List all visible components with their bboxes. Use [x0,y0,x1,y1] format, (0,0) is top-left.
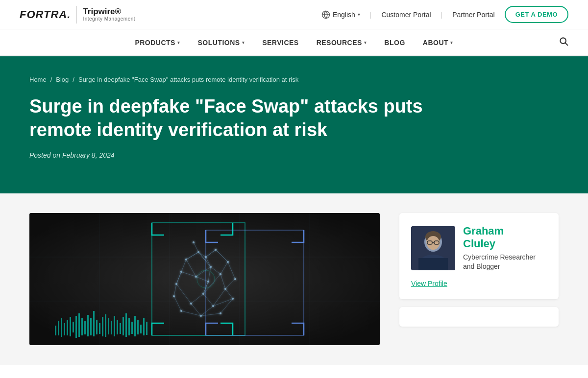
logo-divider [76,6,77,24]
view-profile-link[interactable]: View Profile [411,280,547,287]
nav-label-services: SERVICES [262,39,299,47]
svg-rect-65 [140,325,142,333]
svg-rect-64 [137,320,139,334]
nav-item-resources[interactable]: RESOURCES ▾ [310,35,374,50]
svg-rect-56 [114,316,115,336]
svg-rect-83 [418,258,448,270]
top-bar: FORTRA. Tripwire® Integrity Management E… [0,0,588,29]
chevron-down-icon: ▾ [450,40,453,45]
nav-item-blog[interactable]: BLOG [377,35,412,50]
author-name[interactable]: GrahamCluley [463,225,547,251]
breadcrumb-current: Surge in deepfake "Face Swap" attacks pu… [78,76,298,83]
svg-rect-52 [102,317,103,336]
tripwire-name: Tripwire® [83,7,135,17]
breadcrumb-sep-2: / [73,76,74,83]
svg-rect-58 [120,323,121,334]
fortra-logo[interactable]: FORTRA. [20,8,71,21]
svg-rect-37 [58,321,59,335]
author-card: GrahamCluley Cybercrime Researcher and B… [399,213,559,299]
sidebar-card-secondary [399,307,559,327]
svg-rect-36 [55,326,56,335]
nav-label-products: PRODUCTS [135,39,175,47]
svg-rect-59 [122,317,124,335]
main-image-container [29,213,380,345]
chevron-down-icon: ▾ [242,40,245,45]
svg-rect-61 [128,318,130,335]
get-demo-button[interactable]: GET A DEMO [505,6,568,23]
globe-icon [321,10,330,19]
separator-1: | [370,11,372,19]
search-button[interactable] [559,36,568,48]
nav-item-about[interactable]: ABOUT ▾ [416,35,460,50]
svg-rect-45 [81,318,83,335]
svg-rect-50 [96,320,98,334]
svg-rect-42 [73,322,74,332]
svg-point-78 [427,236,440,250]
chevron-down-icon: ▾ [364,40,367,45]
author-title: Cybercrime Researcher and Blogger [463,253,547,272]
breadcrumb-blog[interactable]: Blog [56,76,69,83]
content-area: GrahamCluley Cybercrime Researcher and B… [0,193,588,365]
svg-line-2 [565,43,568,46]
sidebar: GrahamCluley Cybercrime Researcher and B… [399,213,559,327]
svg-rect-47 [87,315,89,336]
language-label: English [333,11,355,19]
hero-section: Home / Blog / Surge in deepfake "Face Sw… [0,56,588,193]
svg-rect-67 [146,322,147,335]
svg-rect-55 [111,321,112,334]
svg-rect-48 [90,318,92,335]
breadcrumb-sep-1: / [50,76,52,83]
author-top: GrahamCluley Cybercrime Researcher and B… [411,225,547,272]
svg-rect-54 [108,318,109,334]
nav-items-list: PRODUCTS ▾ SOLUTIONS ▾ SERVICES RESOURCE… [128,35,460,50]
svg-rect-41 [70,317,71,336]
breadcrumb-home[interactable]: Home [29,76,47,83]
nav-item-services[interactable]: SERVICES [255,35,306,50]
author-photo [411,226,455,270]
breadcrumb: Home / Blog / Surge in deepfake "Face Sw… [29,76,559,83]
svg-rect-53 [105,314,106,337]
deepfake-illustration [29,213,380,345]
tripwire-logo[interactable]: Tripwire® Integrity Management [83,7,135,22]
tripwire-sub: Integrity Management [83,16,135,22]
svg-rect-46 [84,321,86,334]
nav-item-products[interactable]: PRODUCTS ▾ [128,35,187,50]
svg-rect-44 [78,313,80,337]
svg-rect-51 [99,323,100,334]
svg-rect-38 [61,318,62,337]
nav-label-solutions: SOLUTIONS [197,39,240,47]
customer-portal-link[interactable]: Customer Portal [381,11,431,19]
article-date: Posted on February 8, 2024 [29,151,559,159]
article-hero-image [29,213,380,345]
article-title: Surge in deepfake "Face Swap" attacks pu… [29,95,470,142]
main-nav: PRODUCTS ▾ SOLUTIONS ▾ SERVICES RESOURCE… [0,29,588,56]
top-right-controls: English ▾ | Customer Portal | Partner Po… [321,6,568,23]
svg-rect-63 [134,316,136,336]
author-info: GrahamCluley Cybercrime Researcher and B… [463,225,547,272]
chevron-down-icon: ▾ [177,40,180,45]
partner-portal-link[interactable]: Partner Portal [452,11,494,19]
nav-label-resources: RESOURCES [317,39,362,47]
svg-rect-62 [131,322,133,334]
nav-item-solutions[interactable]: SOLUTIONS ▾ [191,35,251,50]
svg-rect-40 [67,320,68,335]
svg-rect-43 [75,316,77,338]
language-chevron: ▾ [358,12,360,17]
svg-rect-39 [64,323,65,335]
language-selector[interactable]: English ▾ [321,10,360,19]
separator-2: | [441,11,443,19]
svg-rect-49 [93,311,95,336]
svg-rect-66 [143,318,145,335]
search-icon [559,36,568,46]
nav-label-blog: BLOG [384,39,405,47]
logo-area: FORTRA. Tripwire® Integrity Management [20,6,135,24]
nav-label-about: ABOUT [423,39,448,47]
svg-rect-57 [117,320,118,334]
svg-rect-60 [125,313,127,337]
avatar [411,226,455,270]
